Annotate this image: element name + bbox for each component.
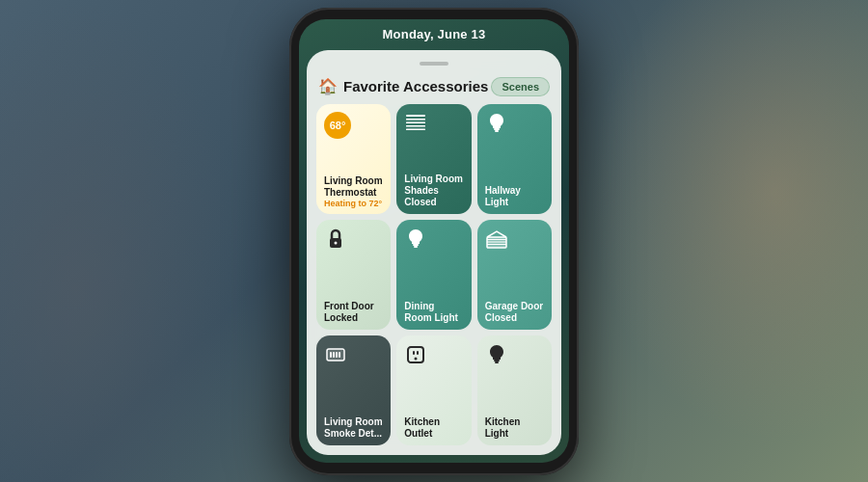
svg-rect-19 <box>339 352 340 358</box>
hallway-bulb-icon <box>485 112 544 142</box>
garage-sub: Closed <box>485 312 544 324</box>
pull-indicator[interactable] <box>420 62 448 66</box>
smoke-label: Living Room Smoke Det... <box>324 416 383 440</box>
tile-dining-light[interactable]: Dining Room Light <box>396 220 471 330</box>
tile-front-door[interactable]: Front Door Locked <box>316 220 391 330</box>
tile-hallway-light[interactable]: Hallway Light <box>477 104 552 214</box>
svg-rect-12 <box>487 239 506 240</box>
svg-point-8 <box>335 241 338 244</box>
svg-rect-24 <box>494 360 500 362</box>
svg-rect-14 <box>487 244 506 245</box>
svg-rect-3 <box>406 125 425 127</box>
svg-rect-5 <box>494 128 500 130</box>
thermostat-label: Living Room Thermostat <box>324 175 383 199</box>
svg-rect-1 <box>406 119 425 120</box>
svg-rect-0 <box>406 115 425 117</box>
phone-wrapper: Monday, June 13 🏠 Favorite Accessories S… <box>285 5 583 477</box>
svg-rect-4 <box>406 128 425 130</box>
shades-icon <box>404 112 463 142</box>
tile-kitchen-outlet[interactable]: Kitchen Outlet <box>396 335 471 445</box>
tile-kitchen-light[interactable]: Kitchen Light <box>477 335 552 445</box>
phone-frame: Monday, June 13 🏠 Favorite Accessories S… <box>289 8 579 475</box>
front-door-sub: Locked <box>324 312 383 324</box>
svg-rect-25 <box>495 362 499 363</box>
garage-icon <box>485 228 544 257</box>
svg-rect-9 <box>413 244 419 246</box>
outlet-label: Kitchen Outlet <box>404 416 463 440</box>
tile-shades[interactable]: Living Room Shades Closed <box>396 104 471 214</box>
svg-rect-17 <box>333 352 335 358</box>
dining-label: Dining Room Light <box>404 301 463 324</box>
lock-icon <box>324 228 383 257</box>
shades-label: Living Room Shades <box>404 174 463 197</box>
phone-screen: Monday, June 13 🏠 Favorite Accessories S… <box>299 19 569 463</box>
card-header: 🏠 Favorite Accessories Scenes <box>316 77 552 96</box>
bg-left-blur <box>0 0 251 482</box>
home-card: 🏠 Favorite Accessories Scenes 68° Living… <box>307 50 561 455</box>
kitchen-bulb-icon <box>485 343 544 373</box>
date-text: Monday, June 13 <box>383 27 486 41</box>
svg-point-23 <box>415 357 418 360</box>
svg-rect-13 <box>487 241 506 242</box>
garage-label: Garage Door <box>485 301 544 312</box>
card-title: Favorite Accessories <box>343 78 488 94</box>
svg-rect-16 <box>330 352 332 358</box>
thermostat-sub: Heating to 72° <box>324 199 383 208</box>
accessories-grid: 68° Living Room Thermostat Heating to 72… <box>316 104 552 445</box>
front-door-label: Front Door <box>324 301 383 312</box>
hallway-label: Hallway Light <box>485 185 544 208</box>
tile-smoke-detector[interactable]: Living Room Smoke Det... <box>316 335 391 445</box>
status-bar: Monday, June 13 <box>299 19 569 46</box>
shades-sub: Closed <box>404 197 463 208</box>
svg-rect-22 <box>417 351 419 355</box>
header-left: 🏠 Favorite Accessories <box>318 77 488 95</box>
home-icon: 🏠 <box>318 77 338 95</box>
outlet-icon <box>404 343 463 373</box>
tile-thermostat[interactable]: 68° Living Room Thermostat Heating to 72… <box>316 104 391 214</box>
dining-bulb-icon <box>404 228 463 257</box>
svg-rect-21 <box>413 351 415 355</box>
scenes-button[interactable]: Scenes <box>491 77 550 96</box>
svg-rect-18 <box>336 352 338 358</box>
svg-rect-2 <box>406 121 425 123</box>
smoke-icon <box>324 343 383 373</box>
tile-garage-door[interactable]: Garage Door Closed <box>477 220 552 330</box>
svg-rect-20 <box>408 347 423 362</box>
svg-rect-10 <box>414 246 418 248</box>
temp-badge: 68° <box>324 112 351 139</box>
bg-right-blur <box>559 0 868 482</box>
svg-rect-6 <box>495 130 499 132</box>
kitchen-light-label: Kitchen Light <box>485 416 544 440</box>
